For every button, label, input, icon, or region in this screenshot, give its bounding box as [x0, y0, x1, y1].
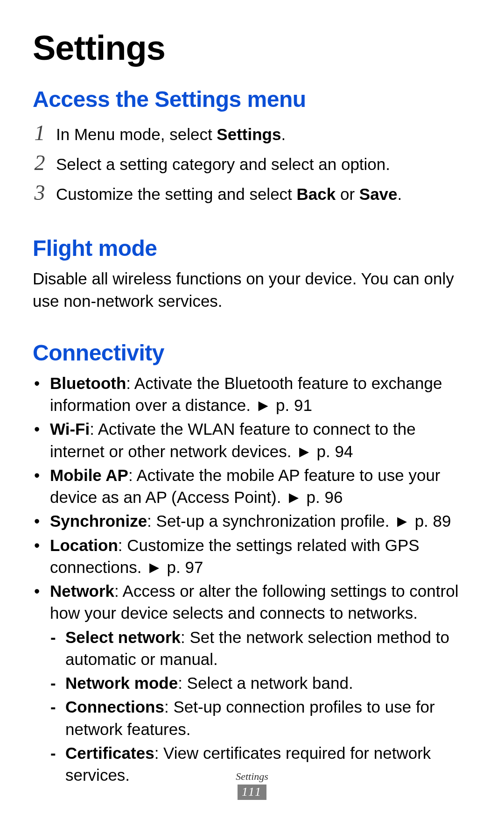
- label: Connections: [65, 698, 164, 716]
- network-sublist: - Select network: Set the network select…: [49, 626, 471, 786]
- step-3: 3 Customize the setting and select Back …: [33, 178, 471, 207]
- label: Network mode: [65, 674, 178, 692]
- label: Bluetooth: [50, 374, 126, 392]
- label: Select network: [65, 628, 181, 646]
- label: Mobile AP: [50, 466, 128, 484]
- text: In Menu mode, select: [56, 125, 217, 143]
- list-item-text: Synchronize: Set-up a synchronization pr…: [50, 510, 471, 532]
- sublist-item: - Connections: Set-up connection profile…: [49, 696, 471, 740]
- bullet-icon: •: [33, 510, 50, 532]
- label: Wi-Fi: [50, 420, 90, 438]
- step-text: Select a setting category and select an …: [56, 153, 471, 175]
- list-item: • Network: Access or alter the following…: [33, 580, 471, 624]
- steps-access: 1 In Menu mode, select Settings. 2 Selec…: [33, 119, 471, 207]
- page-footer: Settings 111: [0, 770, 504, 800]
- heading-flight-mode: Flight mode: [33, 235, 471, 261]
- sublist-item: - Network mode: Select a network band.: [49, 672, 471, 694]
- document-page: Settings Access the Settings menu 1 In M…: [0, 0, 504, 827]
- list-item-text: Bluetooth: Activate the Bluetooth featur…: [50, 372, 471, 417]
- step-number: 2: [33, 148, 47, 177]
- bullet-icon: •: [33, 464, 50, 486]
- step-text: Customize the setting and select Back or…: [56, 183, 471, 205]
- heading-connectivity: Connectivity: [33, 340, 471, 366]
- sublist-item-text: Connections: Set-up connection profiles …: [65, 696, 471, 740]
- list-item-text: Network: Access or alter the following s…: [50, 580, 471, 624]
- desc: : Select a network band.: [178, 674, 353, 692]
- text: .: [398, 185, 402, 203]
- step-1: 1 In Menu mode, select Settings.: [33, 119, 471, 148]
- text: or: [336, 185, 359, 203]
- list-item: • Mobile AP: Activate the mobile AP feat…: [33, 464, 471, 509]
- label: Certificates: [65, 744, 154, 762]
- bullet-icon: •: [33, 534, 50, 556]
- dash-icon: -: [49, 696, 65, 718]
- page-title: Settings: [33, 28, 471, 68]
- desc: : Activate the WLAN feature to connect t…: [50, 420, 416, 460]
- dash-icon: -: [49, 626, 65, 648]
- list-item-text: Location: Customize the settings related…: [50, 534, 471, 579]
- list-item: • Bluetooth: Activate the Bluetooth feat…: [33, 372, 471, 417]
- list-item: • Synchronize: Set-up a synchronization …: [33, 510, 471, 532]
- list-item-text: Mobile AP: Activate the mobile AP featur…: [50, 464, 471, 509]
- text: .: [281, 125, 286, 143]
- bold-text: Save: [359, 185, 398, 203]
- step-number: 3: [33, 178, 47, 207]
- dash-icon: -: [49, 742, 65, 764]
- step-number: 1: [33, 119, 47, 148]
- list-item: • Wi-Fi: Activate the WLAN feature to co…: [33, 418, 471, 462]
- bullet-icon: •: [33, 372, 50, 394]
- connectivity-list: • Bluetooth: Activate the Bluetooth feat…: [33, 372, 471, 786]
- sublist-item-text: Network mode: Select a network band.: [65, 672, 471, 694]
- list-item: • Location: Customize the settings relat…: [33, 534, 471, 579]
- bold-text: Settings: [217, 125, 281, 143]
- sublist-item-text: Select network: Set the network selectio…: [65, 626, 471, 671]
- step-text: In Menu mode, select Settings.: [56, 123, 471, 145]
- label: Location: [50, 536, 118, 554]
- page-number: 111: [238, 785, 266, 800]
- bold-text: Back: [297, 185, 336, 203]
- desc: : Set-up a synchronization profile. ► p.…: [147, 512, 451, 530]
- heading-access-settings: Access the Settings menu: [33, 86, 471, 112]
- step-2: 2 Select a setting category and select a…: [33, 148, 471, 177]
- label: Network: [50, 582, 114, 600]
- list-item-text: Wi-Fi: Activate the WLAN feature to conn…: [50, 418, 471, 462]
- label: Synchronize: [50, 512, 147, 530]
- flight-mode-description: Disable all wireless functions on your d…: [33, 268, 471, 312]
- dash-icon: -: [49, 672, 65, 694]
- footer-section-label: Settings: [0, 770, 504, 783]
- bullet-icon: •: [33, 418, 50, 440]
- text: Customize the setting and select: [56, 185, 297, 203]
- bullet-icon: •: [33, 580, 50, 602]
- sublist-item: - Select network: Set the network select…: [49, 626, 471, 671]
